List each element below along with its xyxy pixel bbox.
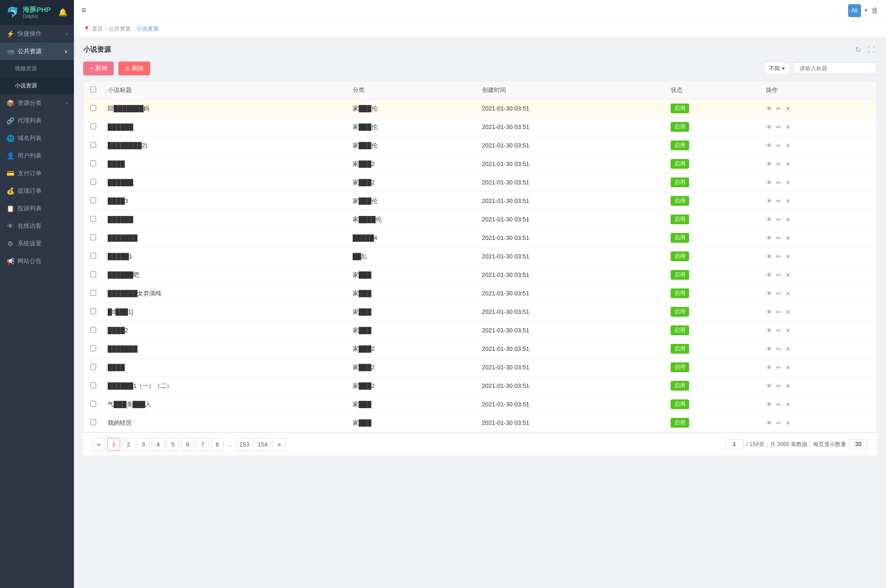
- view-icon[interactable]: 👁: [766, 197, 772, 205]
- row-checkbox[interactable]: [90, 234, 96, 240]
- delete-row-icon[interactable]: ✕: [785, 308, 791, 316]
- edit-icon[interactable]: ✏: [776, 345, 782, 353]
- sidebar-item-video-resources[interactable]: 视频资源: [0, 60, 74, 77]
- row-checkbox[interactable]: [90, 327, 96, 333]
- page-btn-153[interactable]: 153: [236, 438, 253, 451]
- page-btn-7[interactable]: 7: [196, 438, 209, 451]
- row-checkbox[interactable]: [90, 345, 96, 351]
- view-icon[interactable]: 👁: [766, 308, 772, 316]
- delete-row-icon[interactable]: ✕: [785, 234, 791, 242]
- row-checkbox[interactable]: [90, 123, 96, 129]
- bell-icon[interactable]: 🔔: [58, 8, 67, 17]
- sidebar-item-online-visit[interactable]: 👁 在线访客: [0, 217, 74, 235]
- view-icon[interactable]: 👁: [766, 123, 772, 131]
- edit-icon[interactable]: ✏: [776, 271, 782, 279]
- row-checkbox[interactable]: [90, 179, 96, 185]
- row-checkbox[interactable]: [90, 197, 96, 203]
- sidebar-item-domain-list[interactable]: 🌐 域名列表: [0, 129, 74, 147]
- delete-row-icon[interactable]: ✕: [785, 382, 791, 390]
- next-page-button[interactable]: »: [273, 438, 286, 451]
- edit-icon[interactable]: ✏: [776, 179, 782, 186]
- page-btn-1[interactable]: 1: [107, 438, 120, 451]
- page-btn-5[interactable]: 5: [166, 438, 179, 451]
- delete-row-icon[interactable]: ✕: [785, 401, 791, 408]
- view-icon[interactable]: 👁: [766, 142, 772, 149]
- view-icon[interactable]: 👁: [766, 382, 772, 390]
- edit-icon[interactable]: ✏: [776, 419, 782, 427]
- breadcrumb-home[interactable]: 首页: [92, 25, 103, 33]
- row-checkbox[interactable]: [90, 364, 96, 370]
- sidebar-item-public-resources[interactable]: 📹 公共资源 ∨: [0, 43, 74, 60]
- row-checkbox[interactable]: [90, 290, 96, 296]
- view-icon[interactable]: 👁: [766, 160, 772, 168]
- view-icon[interactable]: 👁: [766, 179, 772, 186]
- page-btn-8[interactable]: 8: [211, 438, 224, 451]
- row-checkbox[interactable]: [90, 216, 96, 222]
- sidebar-item-complaint-list[interactable]: 📋 投诉列表: [0, 200, 74, 217]
- sidebar-item-user-list[interactable]: 👤 用户列表: [0, 147, 74, 165]
- delete-row-icon[interactable]: ✕: [785, 345, 791, 353]
- view-icon[interactable]: 👁: [766, 290, 772, 297]
- edit-icon[interactable]: ✏: [776, 382, 782, 390]
- delete-row-icon[interactable]: ✕: [785, 364, 791, 371]
- sidebar-item-site-announcement[interactable]: 📢 网站公告: [0, 252, 74, 270]
- delete-button[interactable]: ⊙ 删除: [118, 61, 150, 75]
- row-checkbox[interactable]: [90, 160, 96, 166]
- row-checkbox[interactable]: [90, 105, 96, 111]
- sidebar-item-agent-list[interactable]: 🔗 代理列表: [0, 112, 74, 129]
- row-checkbox[interactable]: [90, 308, 96, 314]
- prev-page-button[interactable]: «: [92, 438, 105, 451]
- page-jump-input[interactable]: [725, 439, 744, 449]
- avatar[interactable]: Ati: [848, 4, 861, 17]
- avatar-dropdown-icon[interactable]: ▾: [865, 7, 868, 13]
- page-btn-154[interactable]: 154: [255, 438, 271, 451]
- delete-row-icon[interactable]: ✕: [785, 327, 791, 334]
- delete-row-icon[interactable]: ✕: [785, 197, 791, 205]
- edit-icon[interactable]: ✏: [776, 290, 782, 297]
- page-btn-6[interactable]: 6: [181, 438, 194, 451]
- sidebar-item-pay-order[interactable]: 💳 支付订单: [0, 165, 74, 182]
- delete-row-icon[interactable]: ✕: [785, 216, 791, 223]
- view-icon[interactable]: 👁: [766, 364, 772, 371]
- edit-icon[interactable]: ✏: [776, 327, 782, 334]
- view-icon[interactable]: 👁: [766, 216, 772, 223]
- view-icon[interactable]: 👁: [766, 419, 772, 427]
- view-icon[interactable]: 👁: [766, 345, 772, 353]
- page-btn-2[interactable]: 2: [122, 438, 135, 451]
- view-icon[interactable]: 👁: [766, 253, 772, 260]
- select-all-checkbox[interactable]: [90, 86, 96, 92]
- add-button[interactable]: + 新增: [83, 61, 114, 75]
- page-btn-3[interactable]: 3: [137, 438, 150, 451]
- sidebar-item-system-settings[interactable]: ⚙ 系统设置: [0, 235, 74, 252]
- delete-row-icon[interactable]: ✕: [785, 253, 791, 260]
- view-icon[interactable]: 👁: [766, 327, 772, 334]
- edit-icon[interactable]: ✏: [776, 234, 782, 242]
- sidebar-item-quick-ops[interactable]: ⚡ 快捷操作 ‹: [0, 25, 74, 43]
- delete-row-icon[interactable]: ✕: [785, 160, 791, 168]
- delete-row-icon[interactable]: ✕: [785, 419, 791, 427]
- row-checkbox[interactable]: [90, 419, 96, 425]
- edit-icon[interactable]: ✏: [776, 123, 782, 131]
- view-icon[interactable]: 👁: [766, 401, 772, 408]
- delete-row-icon[interactable]: ✕: [785, 290, 791, 297]
- per-page-input[interactable]: [849, 439, 868, 449]
- row-checkbox[interactable]: [90, 382, 96, 388]
- delete-row-icon[interactable]: ✕: [785, 271, 791, 279]
- edit-icon[interactable]: ✏: [776, 216, 782, 223]
- delete-row-icon[interactable]: ✕: [785, 142, 791, 149]
- trash-icon[interactable]: 🗑: [871, 6, 879, 15]
- row-checkbox[interactable]: [90, 401, 96, 407]
- menu-toggle-button[interactable]: ≡: [81, 6, 86, 15]
- edit-icon[interactable]: ✏: [776, 253, 782, 260]
- edit-icon[interactable]: ✏: [776, 142, 782, 149]
- search-input[interactable]: [794, 62, 877, 74]
- sidebar-item-withdraw-order[interactable]: 💰 提现订单: [0, 182, 74, 200]
- view-icon[interactable]: 👁: [766, 105, 772, 112]
- row-checkbox[interactable]: [90, 142, 96, 148]
- delete-row-icon[interactable]: ✕: [785, 105, 791, 112]
- row-checkbox[interactable]: [90, 253, 96, 259]
- filter-select[interactable]: 不限 ▾: [764, 62, 790, 75]
- edit-icon[interactable]: ✏: [776, 160, 782, 168]
- delete-row-icon[interactable]: ✕: [785, 123, 791, 131]
- edit-icon[interactable]: ✏: [776, 308, 782, 316]
